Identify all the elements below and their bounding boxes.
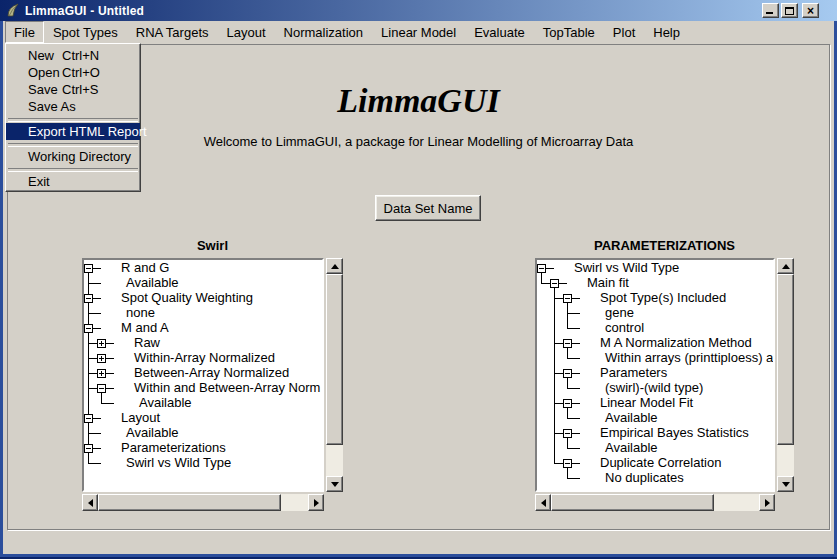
scroll-down-button[interactable] xyxy=(326,476,343,492)
tree-toggle-icon[interactable] xyxy=(84,264,93,273)
tree-toggle-icon[interactable] xyxy=(97,339,106,348)
tree-node-label[interactable]: Raw xyxy=(134,336,160,350)
arrow-left-icon xyxy=(88,499,93,507)
tree-toggle-icon[interactable] xyxy=(97,384,106,393)
menubar-item-help[interactable]: Help xyxy=(644,21,689,43)
close-button[interactable]: × xyxy=(802,3,819,18)
scroll-right-button[interactable] xyxy=(308,494,324,511)
tree-connector-line xyxy=(554,287,555,464)
tree-toggle-icon[interactable] xyxy=(84,444,93,453)
menu-item-new[interactable]: NewCtrl+N xyxy=(6,47,140,64)
tree-node-label[interactable]: Duplicate Correlation xyxy=(600,456,721,470)
scroll-up-button[interactable] xyxy=(326,258,343,274)
tree-node-label[interactable]: Empirical Bayes Statistics xyxy=(600,426,749,440)
tree-connector-line xyxy=(92,418,101,419)
title-bar[interactable]: LimmaGUI - Untitled × xyxy=(0,0,837,21)
menubar-item-file[interactable]: File xyxy=(5,21,44,43)
tree-toggle-icon[interactable] xyxy=(84,324,93,333)
tree-node-label[interactable]: Main fit xyxy=(587,276,629,290)
tree-connector-line xyxy=(567,302,568,329)
scroll-up-button[interactable] xyxy=(777,258,794,274)
tree-node-label[interactable]: Available xyxy=(139,396,192,410)
tree-node-label[interactable]: Swirl vs Wild Type xyxy=(126,456,231,470)
tree-toggle-icon[interactable] xyxy=(563,369,572,378)
tree-toggle-icon[interactable] xyxy=(563,339,572,348)
tree-viewport[interactable]: Swirl vs Wild TypeMain fitSpot Type(s) I… xyxy=(535,258,775,492)
tree-node-label[interactable]: Layout xyxy=(121,411,160,425)
swirl-tree-widget: R and GAvailableSpot Quality Weightingno… xyxy=(82,258,343,511)
menubar-item-spot-types[interactable]: Spot Types xyxy=(44,21,127,43)
tree-toggle-icon[interactable] xyxy=(550,279,559,288)
vertical-scrollbar[interactable] xyxy=(326,258,343,492)
menubar-item-normalization[interactable]: Normalization xyxy=(275,21,372,43)
tree-node-label[interactable]: Spot Quality Weighting xyxy=(121,291,253,305)
tree-node-label[interactable]: No duplicates xyxy=(605,471,684,485)
tree-node-label[interactable]: Spot Type(s) Included xyxy=(600,291,726,305)
tree-node-label[interactable]: Available xyxy=(605,441,658,455)
menubar-item-plot[interactable]: Plot xyxy=(604,21,644,43)
tree-connector-line xyxy=(92,328,101,329)
tree-node-label[interactable]: gene xyxy=(605,306,634,320)
tree-node-label[interactable]: (swirl)-(wild type) xyxy=(605,381,703,395)
menubar-item-rna-targets[interactable]: RNA Targets xyxy=(127,21,218,43)
scroll-thumb[interactable] xyxy=(98,494,281,511)
maximize-button[interactable] xyxy=(781,3,798,18)
tree-toggle-icon[interactable] xyxy=(84,294,93,303)
menu-item-export-html-report[interactable]: Export HTML Report xyxy=(6,123,140,140)
tree-node-label[interactable]: Parameterizations xyxy=(121,441,226,455)
menubar-item-toptable[interactable]: TopTable xyxy=(534,21,604,43)
tree-node-label[interactable]: control xyxy=(605,321,644,335)
tree-node-label[interactable]: Available xyxy=(126,426,179,440)
tree-node-label[interactable]: Swirl vs Wild Type xyxy=(574,261,679,275)
tree-connector-line xyxy=(571,343,580,344)
tree-viewport[interactable]: R and GAvailableSpot Quality Weightingno… xyxy=(82,258,324,492)
menu-item-exit[interactable]: Exit xyxy=(6,173,140,190)
window-border-left xyxy=(0,0,3,559)
tree-node-label[interactable]: Within and Between-Array Norm xyxy=(134,381,320,395)
tree-toggle-icon[interactable] xyxy=(97,354,106,363)
tree-node-label[interactable]: Between-Array Normalized xyxy=(134,366,289,380)
menu-item-save[interactable]: SaveCtrl+S xyxy=(6,81,140,98)
tree-node-label[interactable]: R and G xyxy=(121,261,169,275)
tree-connector-line xyxy=(571,403,580,404)
tree-toggle-icon[interactable] xyxy=(563,459,572,468)
window-controls: × xyxy=(762,3,819,18)
scroll-thumb[interactable] xyxy=(551,494,714,511)
tree-toggle-icon[interactable] xyxy=(537,264,546,273)
horizontal-scrollbar[interactable] xyxy=(535,494,775,511)
data-set-name-button[interactable]: Data Set Name xyxy=(375,195,481,221)
tree-node-label[interactable]: Available xyxy=(126,276,179,290)
tree-node-label[interactable]: Within arrays (printtiploess) a xyxy=(605,351,773,365)
scroll-thumb[interactable] xyxy=(777,274,794,445)
menubar-item-evaluate[interactable]: Evaluate xyxy=(465,21,534,43)
menubar-item-linear-model[interactable]: Linear Model xyxy=(372,21,465,43)
menubar-item-layout[interactable]: Layout xyxy=(218,21,275,43)
tree-node-label[interactable]: Within-Array Normalized xyxy=(134,351,275,365)
menu-item-save-as[interactable]: Save As xyxy=(6,98,140,115)
tree-node-label[interactable]: M A Normalization Method xyxy=(600,336,752,350)
scroll-right-button[interactable] xyxy=(759,494,775,511)
menu-shortcut: Ctrl+N xyxy=(62,48,99,63)
tree-connector-line xyxy=(545,268,554,269)
tree-toggle-icon[interactable] xyxy=(563,429,572,438)
minimize-button[interactable] xyxy=(762,3,779,18)
right-tree-title: PARAMETERIZATIONS xyxy=(535,238,794,253)
menu-item-open[interactable]: OpenCtrl+O xyxy=(6,64,140,81)
vertical-scrollbar[interactable] xyxy=(777,258,794,492)
tree-node-label[interactable]: M and A xyxy=(121,321,169,335)
tree-node-label[interactable]: Available xyxy=(605,411,658,425)
scroll-down-button[interactable] xyxy=(777,476,794,492)
tree-toggle-icon[interactable] xyxy=(84,414,93,423)
tree-toggle-icon[interactable] xyxy=(563,294,572,303)
horizontal-scrollbar[interactable] xyxy=(82,494,324,511)
tree-node-label[interactable]: none xyxy=(126,306,155,320)
tree-toggle-icon[interactable] xyxy=(97,369,106,378)
tree-toggle-icon[interactable] xyxy=(563,399,572,408)
scroll-thumb[interactable] xyxy=(326,274,343,445)
menu-item-working-directory[interactable]: Working Directory xyxy=(6,148,140,165)
scroll-left-button[interactable] xyxy=(82,494,98,511)
tree-node-label[interactable]: Parameters xyxy=(600,366,667,380)
arrow-up-icon xyxy=(782,264,790,269)
scroll-left-button[interactable] xyxy=(535,494,551,511)
tree-node-label[interactable]: Linear Model Fit xyxy=(600,396,693,410)
